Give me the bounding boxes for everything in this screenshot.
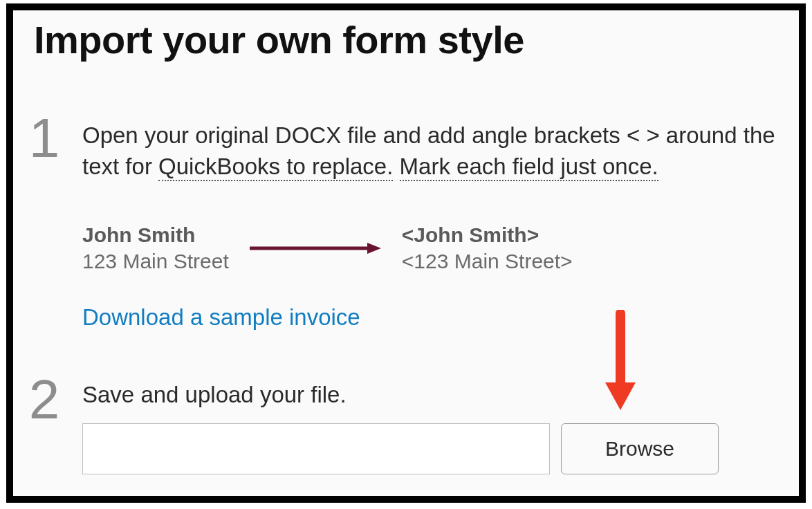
example-after-addr: <123 Main Street> xyxy=(402,250,573,273)
import-form-dialog: Import your own form style 1 Open your o… xyxy=(6,3,806,503)
arrow-right-icon xyxy=(250,234,381,262)
upload-row: Browse xyxy=(82,423,778,474)
step-1: 1 Open your original DOCX file and add a… xyxy=(27,118,778,331)
step-1-space xyxy=(393,154,399,179)
download-sample-link[interactable]: Download a sample invoice xyxy=(82,304,360,331)
steps-container: 1 Open your original DOCX file and add a… xyxy=(13,118,799,474)
example-after: <John Smith> <123 Main Street> xyxy=(402,223,573,273)
page-title: Import your own form style xyxy=(13,17,799,62)
step-1-body: Open your original DOCX file and add ang… xyxy=(82,118,778,331)
step-number-1: 1 xyxy=(27,118,62,159)
step-number-2: 2 xyxy=(27,379,62,420)
step-1-dotted-1: QuickBooks to replace. xyxy=(158,154,393,181)
file-path-input[interactable] xyxy=(82,423,550,474)
bracket-example: John Smith 123 Main Street <John Smith> … xyxy=(82,223,778,273)
step-2-instruction: Save and upload your file. xyxy=(82,382,778,408)
example-after-name: <John Smith> xyxy=(402,223,573,247)
step-1-instruction: Open your original DOCX file and add ang… xyxy=(82,120,778,182)
browse-button[interactable]: Browse xyxy=(561,423,719,474)
svg-marker-1 xyxy=(367,243,381,254)
step-2: 2 Save and upload your file. Browse xyxy=(27,379,778,474)
example-before-name: John Smith xyxy=(82,223,229,247)
example-before-addr: 123 Main Street xyxy=(82,250,229,273)
step-1-dotted-2: Mark each field just once. xyxy=(400,154,658,181)
example-before: John Smith 123 Main Street xyxy=(82,223,229,273)
step-2-body: Save and upload your file. Browse xyxy=(82,379,778,474)
